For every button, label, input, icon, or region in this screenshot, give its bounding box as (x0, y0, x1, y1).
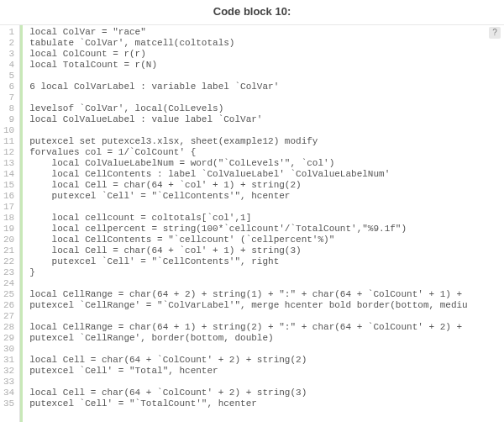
line-number: 22 (3, 256, 14, 267)
line-number: 34 (3, 388, 14, 398)
line-number: 18 (3, 213, 14, 224)
line-number: 10 (3, 125, 14, 136)
line-number: 31 (3, 355, 14, 366)
line-number: 24 (3, 278, 14, 289)
line-number: 26 (3, 300, 14, 311)
line-number: 5 (3, 71, 14, 82)
line-number: 21 (3, 245, 14, 256)
line-number: 15 (3, 180, 14, 191)
help-icon[interactable]: ? (489, 27, 501, 39)
line-number-gutter: 1234567891011121314151617181920212223242… (0, 25, 20, 422)
line-number: 16 (3, 191, 14, 202)
code-block-title: Code block 10: (0, 0, 504, 24)
line-number: 20 (3, 235, 14, 245)
code-text: local ColVar = "race" tabulate `ColVar',… (23, 25, 504, 411)
line-number: 35 (3, 398, 14, 409)
line-number: 3 (3, 49, 14, 60)
line-number: 23 (3, 267, 14, 278)
line-number: 8 (3, 103, 14, 114)
line-number: 12 (3, 147, 14, 158)
line-number: 11 (3, 136, 14, 147)
line-number: 19 (3, 224, 14, 235)
line-number: 2 (3, 38, 14, 49)
line-number: 27 (3, 311, 14, 322)
line-number: 9 (3, 114, 14, 125)
line-number: 14 (3, 169, 14, 180)
line-number: 30 (3, 344, 14, 355)
line-number: 32 (3, 366, 14, 377)
line-number: 17 (3, 202, 14, 213)
line-number: 6 (3, 82, 14, 92)
code-block-container: Code block 10: 1234567891011121314151617… (0, 0, 504, 422)
code-scroll-pane[interactable]: ? local ColVar = "race" tabulate `ColVar… (20, 25, 504, 422)
line-number: 28 (3, 322, 14, 333)
line-number: 33 (3, 377, 14, 388)
line-number: 7 (3, 92, 14, 103)
line-number: 4 (3, 60, 14, 71)
line-number: 29 (3, 333, 14, 344)
line-number: 13 (3, 158, 14, 169)
line-number: 25 (3, 289, 14, 300)
line-number: 1 (3, 27, 14, 38)
code-area: 1234567891011121314151617181920212223242… (0, 24, 504, 422)
